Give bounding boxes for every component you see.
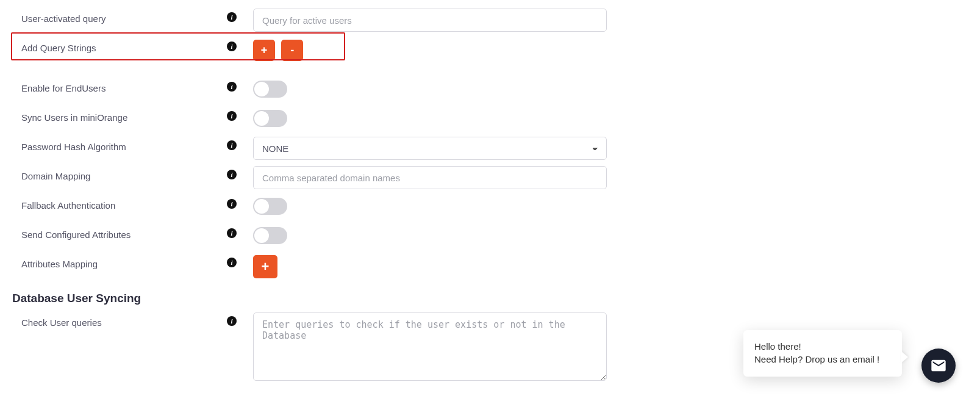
- label-password-hash: Password Hash Algorithm: [12, 134, 223, 152]
- label-add-query-strings: Add Query Strings: [12, 35, 223, 53]
- label-check-user-queries: Check User queries: [12, 310, 223, 328]
- sync-users-toggle[interactable]: [253, 110, 287, 127]
- info-icon[interactable]: i: [227, 12, 237, 22]
- send-configured-attrs-toggle[interactable]: [253, 227, 287, 244]
- info-icon[interactable]: i: [227, 170, 237, 179]
- info-icon[interactable]: i: [227, 82, 237, 92]
- label-fallback-auth: Fallback Authentication: [12, 193, 223, 211]
- row-password-hash: Password Hash Algorithm i NONE: [12, 134, 980, 164]
- info-icon[interactable]: i: [227, 228, 237, 238]
- row-fallback-auth: Fallback Authentication i: [12, 193, 980, 222]
- section-database-user-syncing: Database User Syncing: [12, 292, 980, 305]
- row-add-query-strings: Add Query Strings i + -: [12, 35, 980, 65]
- chat-line2: Need Help? Drop us an email !: [754, 354, 891, 364]
- fallback-auth-toggle[interactable]: [253, 198, 287, 215]
- chat-popup: Hello there! Need Help? Drop us an email…: [743, 330, 902, 377]
- label-enable-end-users: Enable for EndUsers: [12, 76, 223, 93]
- chat-fab-button[interactable]: [921, 349, 956, 383]
- info-icon[interactable]: i: [227, 111, 237, 121]
- chat-line1: Hello there!: [754, 341, 891, 352]
- row-sync-users: Sync Users in miniOrange i: [12, 105, 980, 134]
- label-send-configured-attrs: Send Configured Attributes: [12, 222, 223, 240]
- info-icon[interactable]: i: [227, 42, 237, 51]
- info-icon[interactable]: i: [227, 316, 237, 326]
- label-attributes-mapping: Attributes Mapping: [12, 251, 223, 269]
- add-query-string-minus-button[interactable]: -: [281, 40, 303, 61]
- check-user-queries-textarea[interactable]: [253, 312, 607, 381]
- info-icon[interactable]: i: [227, 140, 237, 150]
- info-icon[interactable]: i: [227, 199, 237, 209]
- domain-mapping-input[interactable]: [253, 166, 607, 189]
- label-user-activated-query: User-activated query: [12, 6, 223, 24]
- user-activated-query-input[interactable]: [253, 9, 607, 32]
- row-attributes-mapping: Attributes Mapping i +: [12, 251, 980, 281]
- attributes-mapping-plus-button[interactable]: +: [253, 255, 277, 278]
- row-enable-end-users: Enable for EndUsers i: [12, 76, 980, 105]
- label-sync-users: Sync Users in miniOrange: [12, 105, 223, 123]
- info-icon[interactable]: i: [227, 258, 237, 267]
- row-send-configured-attrs: Send Configured Attributes i: [12, 222, 980, 251]
- enable-end-users-toggle[interactable]: [253, 81, 287, 98]
- mail-icon: [930, 357, 947, 374]
- password-hash-select[interactable]: NONE: [253, 137, 607, 160]
- add-query-string-plus-button[interactable]: +: [253, 40, 275, 61]
- row-user-activated-query: User-activated query i: [12, 6, 980, 35]
- row-domain-mapping: Domain Mapping i: [12, 164, 980, 193]
- label-domain-mapping: Domain Mapping: [12, 164, 223, 181]
